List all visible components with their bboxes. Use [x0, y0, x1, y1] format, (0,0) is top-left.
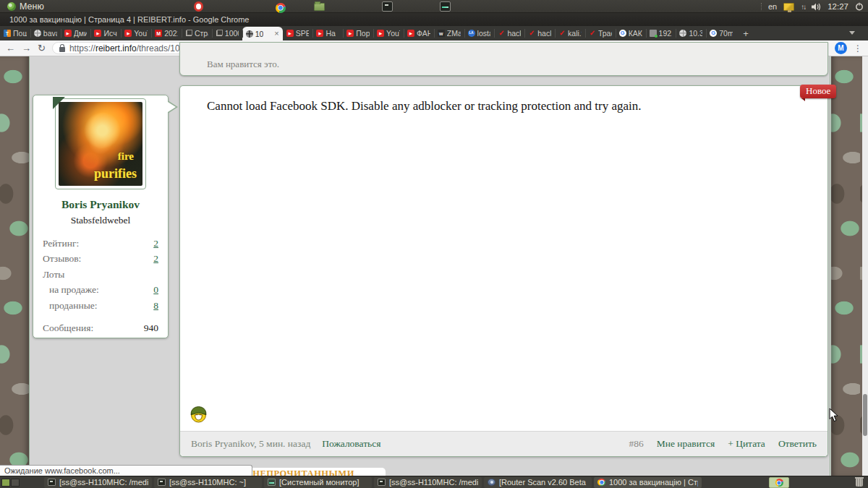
tab-label: 10 [255, 30, 264, 38]
post-author-date[interactable]: Boris Pryanikov, 5 мин. назад [191, 438, 310, 450]
stat-value[interactable]: 8 [153, 300, 158, 312]
user-rank: Stabsfeldwebel [33, 215, 168, 226]
taskbar-window-buttons: [ss@ss-H110MHC: /media...[ss@ss-H110MHC:… [44, 477, 702, 488]
reload-icon[interactable]: ↻ [38, 43, 46, 53]
browser-tab[interactable]: ▶Дми [61, 26, 91, 40]
terminal-wave-icon[interactable] [440, 1, 451, 12]
tab-label: ФАН [417, 29, 430, 38]
tab-label: SPEC [296, 29, 310, 38]
chrome-menu-icon[interactable]: ⋮ [854, 44, 862, 53]
browser-tab[interactable]: ТПош [0, 26, 30, 40]
distro-logo-icon [7, 2, 16, 11]
browser-tab[interactable]: ✓Трас [585, 26, 616, 40]
username-link[interactable]: Boris Pryanikov [33, 198, 168, 211]
browser-tab[interactable]: ▶Порт [343, 26, 373, 40]
network-arrows-icon[interactable]: ↑↓ [801, 3, 805, 11]
stat-value[interactable]: 2 [153, 238, 158, 249]
browser-tab[interactable]: 1000 [212, 26, 242, 40]
clock[interactable]: 12:27 [827, 2, 848, 11]
workspace-active[interactable] [1, 479, 10, 487]
forum-post: Cannot load Facebook SDK. Disable any ad… [179, 85, 828, 457]
browser-tab[interactable]: ▶YouT [121, 26, 151, 40]
forward-icon[interactable]: → [22, 43, 31, 53]
back-icon[interactable]: ← [6, 43, 15, 53]
browser-tab[interactable]: 10× [242, 27, 283, 40]
speech-bubble-arrow [168, 100, 178, 114]
browser-tab[interactable]: ▶SPEC [283, 26, 313, 40]
window-titlebar[interactable]: 1000 за вакцинацію | Страница 4 | REIBER… [0, 13, 868, 26]
taskbar-window-label: [ss@ss-H110MHC: ~] [169, 478, 246, 487]
reply-link[interactable]: Ответить [778, 438, 817, 450]
tab-label: Стра [195, 29, 208, 38]
post-number[interactable]: #86 [629, 438, 643, 450]
terminal-icon[interactable] [382, 1, 393, 12]
system-menu-button[interactable]: Меню [0, 0, 51, 12]
workspace-inactive[interactable] [11, 479, 20, 487]
browser-tab[interactable]: M2021 [151, 26, 182, 40]
taskbar-window-button[interactable]: [ss@ss-H110MHC: /media... [374, 477, 482, 488]
taskbar-window-label: [Router Scan v2.60 Beta b... [499, 478, 588, 487]
terminal-icon [48, 479, 56, 486]
new-tab-button[interactable]: + [736, 26, 755, 40]
workspace-switcher[interactable] [1, 479, 20, 487]
volume-icon[interactable] [812, 3, 821, 11]
taskbar-window-button[interactable]: [ss@ss-H110MHC: ~] [154, 477, 262, 488]
scrollbar[interactable] [862, 56, 868, 476]
user-stat-row: на продаже:0 [43, 283, 158, 299]
stat-value: 940 [144, 322, 158, 334]
trash-icon[interactable] [856, 479, 863, 487]
tab-close-icon[interactable]: × [274, 30, 278, 38]
tab-label: ZMa [447, 29, 461, 38]
tab-label: Пош [13, 29, 27, 38]
browser-tab[interactable]: ✓kali.t [555, 26, 585, 40]
browser-tab[interactable]: ▶YouT [373, 26, 404, 40]
like-link[interactable]: Мне нравится [657, 438, 715, 450]
display-icon[interactable] [783, 3, 794, 11]
laughing-helmet-smiley-icon [190, 405, 208, 423]
scrollbar-thumb[interactable] [863, 394, 867, 436]
browser-tab[interactable]: 10.3 [676, 26, 706, 40]
taskbar-window-button[interactable]: [Системный монитор] [264, 477, 372, 488]
stat-value[interactable]: 0 [153, 284, 158, 296]
stat-label: Лоты [43, 269, 64, 281]
keyboard-layout-indicator[interactable]: en [768, 2, 777, 11]
quote-link[interactable]: + Цитата [728, 438, 765, 450]
tab-label: 1000 [225, 29, 239, 38]
browser-tab[interactable]: wZMa [434, 26, 464, 40]
browser-tab[interactable]: G70ma [706, 26, 736, 40]
tab-label: YouT [134, 29, 148, 38]
router-scan-icon [488, 479, 495, 486]
taskbar-window-button[interactable]: 1000 за вакцинацію | Стр... [594, 477, 702, 488]
tab-label: losta [477, 29, 491, 38]
browser-tab[interactable]: ✓hack [494, 26, 524, 40]
power-icon[interactable] [855, 2, 864, 11]
stat-label: Сообщения: [43, 322, 93, 334]
browser-tab[interactable]: ▶На [312, 26, 343, 40]
taskbar-window-button[interactable]: [ss@ss-H110MHC: /media... [44, 477, 152, 488]
browser-tab[interactable]: ▶ФАН [404, 26, 434, 40]
folder-icon[interactable] [314, 3, 325, 11]
taskbar-window-button[interactable]: [Router Scan v2.60 Beta b... [484, 477, 592, 488]
browser-tab[interactable]: Стра [182, 26, 212, 40]
chevron-down-icon[interactable] [848, 30, 855, 36]
monitor-icon [268, 479, 276, 486]
browser-tab[interactable]: GКАК [616, 26, 646, 40]
browser-tab[interactable]: bava [30, 26, 61, 40]
user-stats: Рейтинг:2Отзывов:2Лотына продаже:0продан… [43, 236, 158, 336]
browser-tab[interactable]: LAlosta [464, 26, 495, 40]
lock-icon[interactable] [59, 47, 65, 52]
likes-text: Вам нравится это. [207, 59, 827, 70]
tab-label: Трас [598, 29, 612, 38]
profile-avatar[interactable]: M [835, 42, 847, 54]
stat-value[interactable]: 2 [153, 253, 158, 265]
report-link[interactable]: Пожаловаться [322, 438, 380, 450]
user-info-card: fire purifies Boris Pryanikov Stabsfeldw… [33, 95, 169, 338]
browser-tab[interactable]: ✓hack [524, 26, 555, 40]
avatar[interactable]: fire purifies [55, 98, 146, 189]
chrome-icon[interactable] [276, 3, 286, 13]
opera-icon[interactable] [194, 1, 203, 12]
browser-tab[interactable]: ▶Исче [90, 26, 121, 40]
youtube-favicon-icon: ▶ [94, 30, 101, 37]
chrome-launcher-highlighted[interactable] [769, 477, 789, 488]
browser-tab[interactable]: 192.1 [646, 26, 676, 40]
